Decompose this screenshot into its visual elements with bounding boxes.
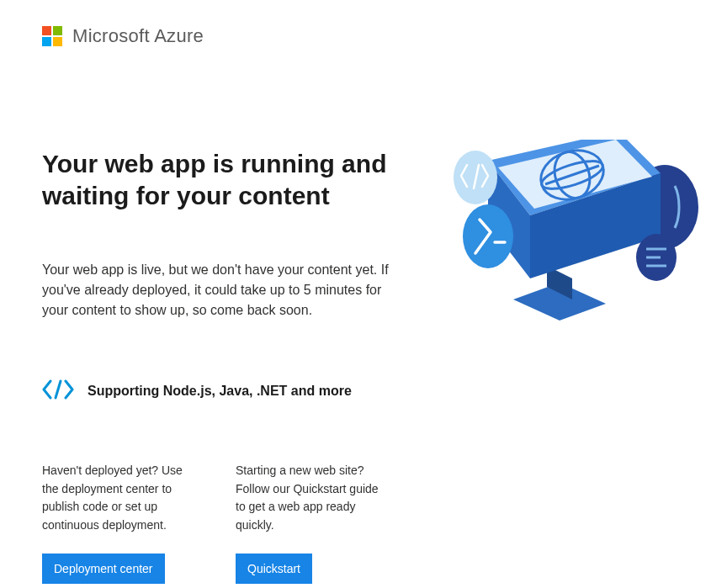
monitor-globe-icon xyxy=(438,140,707,325)
actions-row: Haven't deployed yet? Use the deployment… xyxy=(42,462,404,584)
code-brackets-icon xyxy=(42,379,74,403)
deploy-text: Haven't deployed yet? Use the deployment… xyxy=(42,462,185,535)
microsoft-logo-icon xyxy=(42,26,62,46)
deployment-center-button[interactable]: Deployment center xyxy=(42,554,165,584)
quickstart-column: Starting a new web site? Follow our Quic… xyxy=(236,462,379,584)
lead-paragraph: Your web app is live, but we don't have … xyxy=(42,260,395,320)
left-column: Your web app is running and waiting for … xyxy=(42,148,404,584)
supporting-label: Supporting Node.js, Java, .NET and more xyxy=(88,384,352,399)
hero-illustration xyxy=(438,140,707,584)
supporting-row: Supporting Node.js, Java, .NET and more xyxy=(42,379,404,403)
quickstart-text: Starting a new web site? Follow our Quic… xyxy=(236,462,379,535)
page-header: Microsoft Azure xyxy=(42,25,685,47)
deploy-column: Haven't deployed yet? Use the deployment… xyxy=(42,462,185,584)
page-title: Your web app is running and waiting for … xyxy=(42,148,404,211)
svg-line-0 xyxy=(56,381,61,398)
brand-label: Microsoft Azure xyxy=(72,25,204,47)
main-content: Your web app is running and waiting for … xyxy=(42,148,685,584)
quickstart-button[interactable]: Quickstart xyxy=(236,554,312,584)
